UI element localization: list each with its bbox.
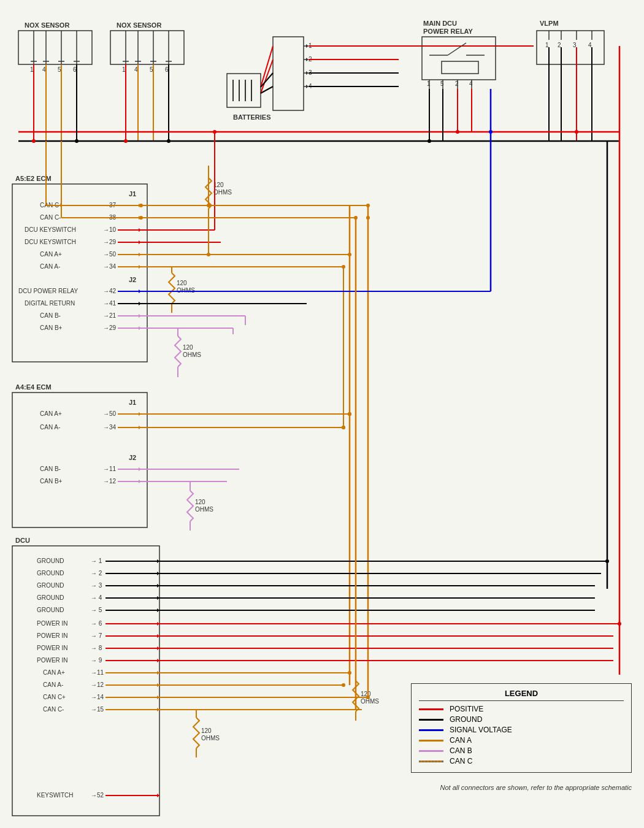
legend-title: LEGEND (419, 689, 624, 701)
legend-label-signal: SIGNAL VOLTAGE (450, 726, 512, 734)
svg-text:→14: →14 (91, 694, 104, 700)
svg-text:CAN A-: CAN A- (40, 263, 60, 270)
svg-text:CAN A+: CAN A+ (43, 669, 65, 676)
svg-text:OHMS: OHMS (183, 351, 201, 358)
svg-point-303 (366, 696, 370, 699)
svg-point-288 (605, 559, 609, 563)
svg-marker-186 (139, 412, 141, 416)
svg-text:POWER IN: POWER IN (37, 645, 68, 651)
svg-point-318 (575, 130, 578, 134)
svg-text:BATTERIES: BATTERIES (233, 113, 271, 121)
legend-label-canb: CAN B (450, 746, 472, 755)
svg-point-105 (32, 139, 36, 143)
svg-text:J1: J1 (129, 399, 136, 406)
legend-item-canc: CAN C (419, 757, 624, 765)
legend-line-cana (419, 740, 443, 742)
svg-text:CAN A+: CAN A+ (40, 410, 62, 417)
svg-marker-140 (139, 265, 141, 269)
svg-text:→ 5: → 5 (91, 607, 102, 613)
svg-text:A4:E4 ECM: A4:E4 ECM (15, 383, 52, 391)
svg-text:→ 8: → 8 (91, 645, 102, 651)
svg-text:CAN B-: CAN B- (40, 312, 61, 319)
svg-text:GROUND: GROUND (37, 582, 64, 589)
legend-line-positive (419, 708, 443, 710)
svg-text:→12: →12 (91, 681, 104, 688)
svg-text:→34: →34 (103, 263, 117, 270)
svg-point-284 (342, 426, 345, 429)
legend-box: LEGEND POSITIVE GROUND SIGNAL VOLTAGE CA… (411, 683, 632, 773)
svg-text:OHMS: OHMS (213, 189, 232, 196)
svg-text:→52: →52 (91, 792, 104, 799)
svg-point-108 (124, 139, 128, 143)
svg-text:CAN C-: CAN C- (40, 214, 61, 221)
svg-point-311 (456, 130, 459, 134)
legend-item-signal: SIGNAL VOLTAGE (419, 726, 624, 734)
svg-point-107 (75, 139, 79, 143)
svg-text:→50: →50 (103, 410, 117, 417)
svg-marker-145 (139, 289, 141, 293)
legend-label-ground: GROUND (450, 715, 482, 724)
svg-point-170 (213, 130, 217, 134)
svg-text:→50: →50 (103, 251, 117, 258)
svg-text:OHMS: OHMS (195, 506, 213, 513)
svg-text:MAIN DCU: MAIN DCU (423, 20, 457, 27)
svg-marker-199 (139, 480, 141, 483)
svg-text:POWER IN: POWER IN (37, 620, 68, 627)
legend-item-ground: GROUND (419, 715, 624, 724)
svg-text:→ 6: → 6 (91, 620, 102, 627)
svg-text:2: 2 (455, 80, 459, 87)
svg-text:→21: →21 (103, 312, 117, 319)
svg-text:VLPM: VLPM (540, 20, 559, 27)
svg-text:→10: →10 (103, 226, 117, 233)
svg-point-326 (139, 204, 143, 207)
svg-point-301 (342, 683, 345, 687)
svg-rect-22 (110, 31, 184, 64)
svg-marker-153 (139, 314, 141, 318)
svg-text:OHMS: OHMS (201, 735, 220, 742)
svg-text:GROUND: GROUND (37, 570, 64, 577)
legend-line-canc (419, 761, 443, 762)
svg-text:120: 120 (177, 280, 187, 286)
svg-text:→11: →11 (103, 466, 117, 472)
svg-text:→ 4: → 4 (91, 594, 102, 601)
svg-point-315 (489, 130, 493, 134)
legend-line-signal (419, 729, 443, 731)
svg-text:→ 2: → 2 (91, 570, 102, 577)
svg-point-307 (366, 216, 370, 220)
svg-text:CAN A-: CAN A- (40, 424, 60, 431)
svg-text:NOX SENSOR: NOX SENSOR (25, 21, 69, 29)
svg-text:120: 120 (201, 727, 212, 734)
svg-text:J1: J1 (129, 190, 136, 197)
svg-text:→29: →29 (103, 324, 117, 331)
svg-text:→ 7: → 7 (91, 632, 102, 639)
svg-text:→29: →29 (103, 239, 117, 245)
svg-text:CAN A-: CAN A- (43, 681, 63, 688)
legend-label-canc: CAN C (450, 757, 472, 765)
svg-marker-149 (139, 302, 141, 305)
svg-text:4: 4 (469, 80, 473, 87)
svg-text:DCU POWER RELAY: DCU POWER RELAY (18, 288, 78, 294)
legend-item-canb: CAN B (419, 746, 624, 755)
svg-text:→42: →42 (103, 288, 117, 294)
svg-point-309 (427, 139, 431, 143)
svg-text:→15: →15 (91, 706, 104, 713)
svg-text:NOX SENSOR: NOX SENSOR (117, 21, 161, 29)
svg-text:→11: →11 (91, 669, 104, 676)
svg-line-75 (448, 43, 466, 55)
svg-marker-136 (139, 253, 141, 256)
legend-label-cana: CAN A (450, 736, 472, 745)
footnote: Not all connectors are shown, refer to t… (440, 784, 632, 791)
svg-text:120: 120 (183, 344, 193, 351)
svg-text:→ 1: → 1 (91, 558, 102, 564)
legend-item-positive: POSITIVE (419, 705, 624, 713)
svg-text:CAN A+: CAN A+ (40, 251, 62, 258)
svg-point-299 (348, 671, 351, 675)
svg-text:POWER RELAY: POWER RELAY (423, 28, 473, 35)
svg-text:GROUND: GROUND (37, 594, 64, 601)
svg-rect-77 (442, 61, 478, 74)
svg-marker-157 (139, 326, 141, 330)
svg-point-286 (348, 412, 351, 416)
svg-marker-195 (139, 467, 141, 471)
svg-text:DCU KEYSWITCH: DCU KEYSWITCH (25, 226, 76, 233)
legend-line-ground (419, 719, 443, 721)
